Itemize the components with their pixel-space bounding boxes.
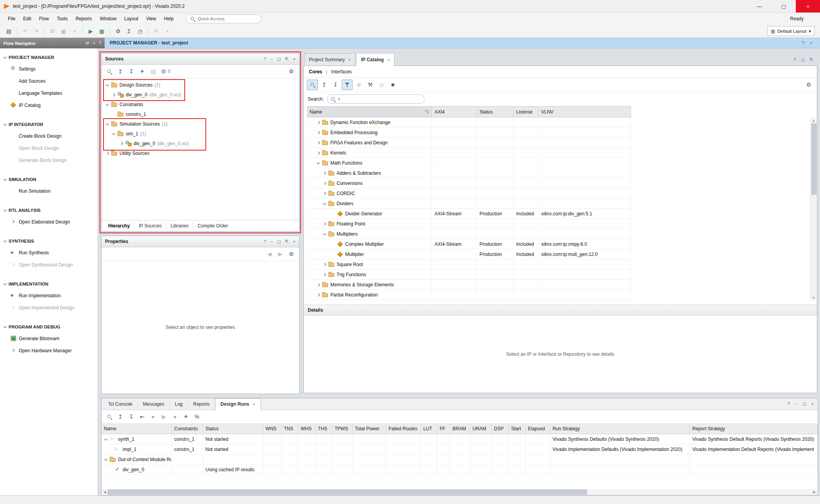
clock-icon[interactable]: ◷ (135, 27, 145, 36)
search-button[interactable] (104, 67, 114, 76)
expand-icon[interactable] (103, 457, 109, 462)
flow-section-header[interactable]: IMPLEMENTATION (0, 279, 98, 289)
source-tree-row[interactable]: Constraints (102, 99, 299, 109)
settings-gear-icon[interactable]: ⚙ (113, 27, 123, 36)
help-icon[interactable]: ? (788, 401, 790, 406)
ip-search-input[interactable] (342, 96, 421, 102)
search-button[interactable] (104, 412, 114, 422)
column-header[interactable]: Total Power (353, 424, 386, 434)
scroll-right-icon[interactable]: ▶ (811, 490, 817, 494)
bottom-tab[interactable]: Reports × (188, 398, 215, 410)
flow-item[interactable]: Generate Block Design (0, 154, 98, 166)
scroll-left-icon[interactable]: ◀ (102, 490, 108, 494)
add-sources-button[interactable]: + (137, 67, 147, 76)
column-header-status[interactable]: Status (477, 106, 513, 117)
expand-icon[interactable] (330, 241, 337, 247)
sources-panel-header[interactable]: Sources ? − ◻ ⇱ × (102, 53, 299, 65)
expand-icon[interactable] (105, 102, 111, 107)
rows-icon[interactable]: ≡ (93, 41, 95, 46)
scroll-up-icon[interactable]: ▲ (811, 118, 816, 123)
flow-item[interactable]: Create Block Design (0, 130, 98, 142)
flow-item[interactable]: Settings (0, 63, 98, 75)
design-run-row[interactable]: impl_1 constrs_1 Not started (102, 444, 818, 454)
flow-item[interactable]: IP Catalog (0, 99, 98, 111)
ip-catalog-row[interactable]: Divider Generator AXI4-Stream Production… (307, 209, 631, 219)
bottom-tab[interactable]: Messages × (138, 398, 170, 410)
ip-catalog-row[interactable]: Multiplier Production Included xilinx.co… (307, 249, 631, 259)
flow-item[interactable]: Language Templates (0, 87, 98, 99)
close-icon[interactable]: × (293, 239, 296, 244)
save-icon[interactable]: ▤ (4, 27, 14, 36)
flow-item[interactable]: Run Simulation (0, 185, 98, 197)
design-run-row[interactable]: synth_1 constrs_1 Not started (102, 434, 818, 444)
ip-catalog-row[interactable]: Square Root (307, 259, 631, 270)
menu-item[interactable]: View (142, 14, 160, 23)
column-header[interactable]: Name (102, 424, 172, 434)
search-toggle-button[interactable] (307, 80, 318, 90)
cancel-icon[interactable]: × (162, 27, 172, 36)
expand-all-button[interactable]: ↧ (126, 67, 136, 76)
settings-gear-icon[interactable]: ⚙ (286, 249, 296, 259)
ip-catalog-row[interactable]: Memories & Storage Elements (307, 280, 631, 290)
design-runs-horizontal-scrollbar[interactable]: ◀ ▶ (102, 489, 817, 495)
column-header[interactable]: Failed Routes (386, 424, 421, 434)
target-button[interactable]: ◎ (376, 80, 387, 90)
ip-catalog-row[interactable]: Embedded Processing (307, 128, 631, 138)
expand-icon[interactable] (322, 231, 328, 237)
scrollbar-thumb[interactable] (811, 124, 816, 195)
menu-item[interactable]: File (4, 14, 19, 23)
column-header[interactable]: TNS (282, 424, 298, 434)
close-icon[interactable]: × (293, 57, 296, 62)
help-icon[interactable]: ? (99, 41, 101, 46)
column-header[interactable]: Status (203, 424, 263, 434)
run-button[interactable]: ▶ (159, 412, 169, 422)
expand-icon[interactable] (330, 252, 337, 257)
settings-gear-icon[interactable]: ⚙ (804, 80, 814, 90)
expand-icon[interactable] (316, 120, 322, 125)
expand-icon[interactable] (316, 282, 322, 287)
window-close-button[interactable]: × (796, 0, 820, 12)
column-header-axi4[interactable]: AXI4 (432, 106, 477, 117)
swap-icon[interactable]: ⇄ (86, 41, 89, 46)
ip-catalog-row[interactable]: Adders & Subtracters (307, 168, 631, 178)
expand-icon[interactable] (322, 272, 328, 277)
go-to-start-button[interactable]: ⇤ (137, 412, 147, 422)
close-icon[interactable]: × (387, 57, 390, 62)
layout-select[interactable]: ▦ Default Layout ▾ (767, 26, 815, 36)
flow-section-header[interactable]: PROGRAM AND DEBUG (0, 321, 98, 332)
ip-catalog-row[interactable]: Dividers (307, 199, 631, 209)
flow-section-header[interactable]: SIMULATION (0, 174, 98, 185)
expand-icon[interactable] (316, 160, 322, 166)
column-header-license[interactable]: License (513, 106, 538, 117)
expand-icon[interactable] (322, 201, 328, 206)
float-icon[interactable]: ◻ (801, 57, 805, 62)
expand-icon[interactable] (316, 130, 322, 135)
sources-view-tab[interactable]: Hierarchy (104, 222, 134, 230)
menu-item[interactable]: Edit (19, 14, 35, 23)
expand-icon[interactable] (111, 92, 117, 98)
source-tree-row[interactable]: div_gen_0 (div_gen_0.xci) (102, 138, 299, 148)
help-icon[interactable]: ? (802, 41, 804, 45)
column-header[interactable]: LUT (421, 424, 437, 434)
column-header[interactable]: Start (509, 424, 526, 434)
expand-icon[interactable] (316, 292, 322, 298)
filter-button[interactable] (342, 80, 353, 90)
sources-view-tab[interactable]: IP Sources (134, 222, 166, 230)
tab-project-summary[interactable]: Project Summary × (304, 53, 355, 66)
maximize-icon[interactable]: ⇱ (285, 239, 289, 244)
flow-item[interactable]: Run Synthesis (0, 247, 98, 259)
expand-all-button[interactable]: ↧ (330, 80, 340, 90)
ip-catalog-row[interactable]: Kernels (307, 148, 631, 158)
menu-item[interactable]: Flow (35, 14, 53, 23)
close-icon[interactable]: × (811, 401, 814, 406)
expand-icon[interactable] (322, 221, 328, 227)
column-header[interactable]: BRAM (450, 424, 470, 434)
column-header[interactable]: Report Strategy (690, 424, 818, 434)
expand-icon[interactable] (316, 140, 322, 146)
flow-item[interactable]: Open Implemented Design (0, 302, 98, 314)
column-header[interactable]: TPWS (332, 424, 353, 434)
minimize-icon[interactable]: − (271, 239, 273, 244)
catalog-vertical-scrollbar[interactable]: ▲ ▼ (810, 118, 816, 300)
float-icon[interactable]: ◻ (277, 57, 281, 62)
column-header-vlnv[interactable]: VLNV (538, 106, 631, 117)
